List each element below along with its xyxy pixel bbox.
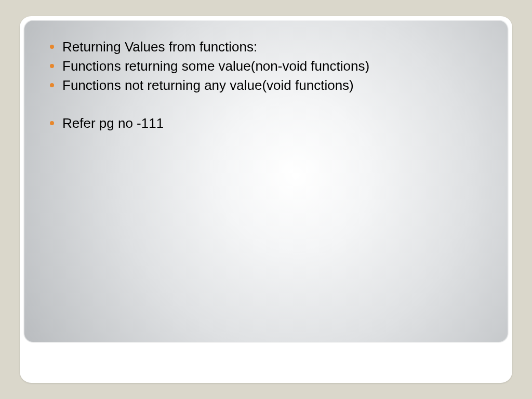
slide-content-panel: Returning Values from functions: Functio… — [24, 20, 508, 342]
spacer — [48, 96, 494, 114]
list-item: Functions returning some value(non-void … — [48, 57, 494, 75]
list-item: Refer pg no -111 — [48, 114, 494, 132]
bullet-list-2: Refer pg no -111 — [48, 114, 494, 132]
bullet-list-1: Returning Values from functions: Functio… — [48, 38, 494, 95]
list-item: Returning Values from functions: — [48, 38, 494, 56]
list-item: Functions not returning any value(void f… — [48, 76, 494, 95]
slide-card: Returning Values from functions: Functio… — [20, 16, 512, 383]
